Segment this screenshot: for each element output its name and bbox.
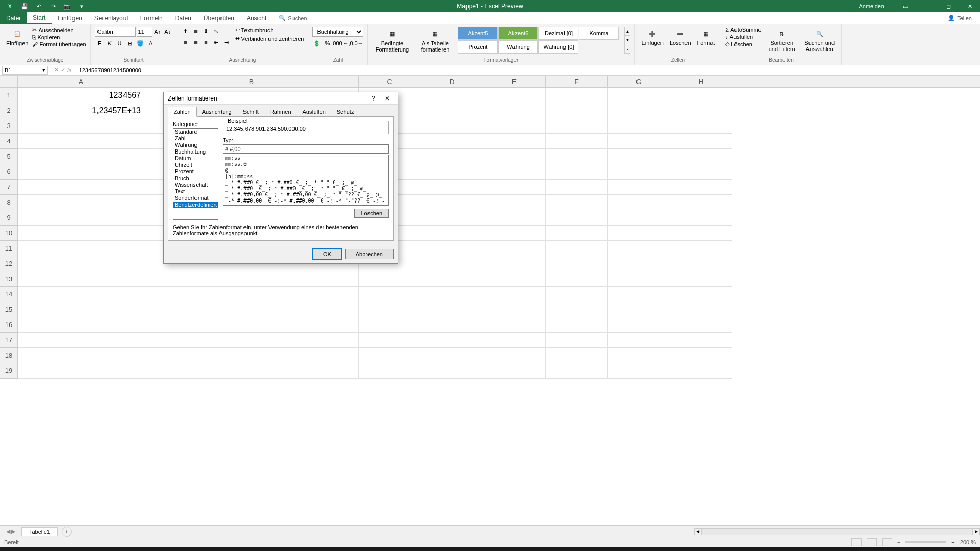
cell[interactable] [144, 302, 359, 317]
cell[interactable] [670, 287, 732, 302]
autosum-button[interactable]: ΣAutoSumme [725, 27, 761, 33]
wrap-text-button[interactable]: ↩Textumbruch [235, 27, 304, 33]
normal-view-icon[interactable] [851, 538, 862, 546]
cell[interactable] [483, 103, 546, 118]
style-komma[interactable]: Komma [579, 27, 619, 40]
clear-button[interactable]: ◇Löschen [725, 41, 761, 47]
name-box-dropdown-icon[interactable]: ▾ [42, 67, 45, 73]
cell[interactable] [546, 195, 608, 210]
row-header[interactable]: 1 [0, 88, 18, 103]
cell[interactable] [144, 363, 359, 379]
tab-file[interactable]: Datei [0, 12, 27, 24]
type-input[interactable] [223, 144, 389, 154]
cell[interactable] [608, 348, 670, 363]
style-prozent[interactable]: Prozent [458, 40, 498, 54]
cell[interactable] [670, 118, 732, 134]
cell[interactable] [546, 302, 608, 317]
category-item[interactable]: Sonderformat [173, 195, 218, 202]
tab-formulas[interactable]: Formeln [134, 12, 169, 24]
font-name-select[interactable] [95, 27, 136, 37]
select-all-corner[interactable] [0, 76, 18, 87]
dlg-tab-rahmen[interactable]: Rahmen [264, 107, 297, 117]
increase-font-icon[interactable]: A↑ [153, 27, 162, 36]
cell[interactable] [18, 149, 144, 164]
orientation-icon[interactable]: ⤡ [212, 27, 221, 36]
row-header[interactable]: 5 [0, 149, 18, 164]
col-header-a[interactable]: A [18, 76, 144, 87]
row-header[interactable]: 3 [0, 118, 18, 134]
format-item[interactable]: @ [223, 167, 388, 173]
cell[interactable] [670, 302, 732, 317]
cell[interactable] [144, 271, 359, 287]
cell[interactable] [483, 241, 546, 256]
cell[interactable] [421, 348, 483, 363]
dlg-tab-ausrichtung[interactable]: Ausrichtung [197, 107, 237, 117]
bold-button[interactable]: F [95, 39, 104, 48]
underline-button[interactable]: U [115, 39, 125, 48]
cell[interactable] [421, 180, 483, 195]
format-list[interactable]: mm:ssmm:ss,0@[h]:mm:ss_-* #.##0 €_-;-* #… [223, 155, 389, 206]
cell[interactable] [359, 363, 421, 379]
category-item[interactable]: Datum [173, 155, 218, 162]
cell[interactable] [670, 363, 732, 379]
increase-decimal-icon[interactable]: ←,0 [343, 39, 352, 48]
cell[interactable] [546, 241, 608, 256]
name-box[interactable]: B1▾ [2, 66, 48, 75]
tab-insert[interactable]: Einfügen [52, 12, 88, 24]
cell[interactable] [608, 180, 670, 195]
cell[interactable] [546, 363, 608, 379]
add-sheet-button[interactable]: + [62, 527, 72, 537]
cell[interactable] [18, 302, 144, 317]
cell[interactable] [608, 149, 670, 164]
style-waehrung[interactable]: Währung [498, 40, 538, 54]
row-header[interactable]: 18 [0, 348, 18, 363]
cancel-button[interactable]: Abbrechen [345, 249, 394, 259]
cell[interactable] [18, 256, 144, 271]
cell[interactable] [670, 103, 732, 118]
row-header[interactable]: 9 [0, 210, 18, 226]
cell[interactable] [18, 164, 144, 180]
col-header-h[interactable]: H [670, 76, 732, 87]
cell[interactable] [546, 226, 608, 241]
cell[interactable] [359, 271, 421, 287]
cell[interactable] [359, 348, 421, 363]
cell[interactable] [421, 149, 483, 164]
category-item[interactable]: Bruch [173, 175, 218, 182]
dialog-titlebar[interactable]: Zellen formatieren ? ✕ [164, 92, 398, 105]
gallery-down-icon[interactable]: ▼ [625, 36, 630, 44]
cell[interactable] [421, 164, 483, 180]
find-select-button[interactable]: 🔍Suchen und Auswählen [802, 27, 837, 53]
format-item[interactable]: [h]:mm:ss [223, 173, 388, 180]
cell[interactable] [546, 333, 608, 348]
delete-format-button[interactable]: Löschen [354, 209, 389, 218]
category-item[interactable]: Prozent [173, 168, 218, 175]
cell[interactable] [18, 363, 144, 379]
cell[interactable] [483, 134, 546, 149]
cell[interactable] [608, 363, 670, 379]
cell[interactable] [483, 180, 546, 195]
category-item[interactable]: Währung [173, 142, 218, 148]
cell[interactable] [359, 287, 421, 302]
row-header[interactable]: 13 [0, 271, 18, 287]
italic-button[interactable]: K [105, 39, 114, 48]
cell[interactable] [546, 317, 608, 333]
cell[interactable] [18, 134, 144, 149]
col-header-c[interactable]: C [359, 76, 421, 87]
row-header[interactable]: 17 [0, 333, 18, 348]
cell[interactable] [483, 271, 546, 287]
cell[interactable] [608, 256, 670, 271]
align-right-icon[interactable]: ≡ [202, 38, 211, 47]
accept-formula-icon[interactable]: ✓ [61, 67, 65, 73]
category-item[interactable]: Zahl [173, 135, 218, 142]
font-size-select[interactable] [137, 27, 152, 37]
cell[interactable] [608, 118, 670, 134]
gallery-up-icon[interactable]: ▲ [625, 27, 630, 36]
maximize-icon[interactable]: ◻ [938, 0, 959, 12]
col-header-g[interactable]: G [608, 76, 670, 87]
tell-me-search[interactable]: 🔍 Suchen [273, 12, 307, 24]
row-header[interactable]: 15 [0, 302, 18, 317]
decrease-indent-icon[interactable]: ⇤ [212, 38, 221, 47]
category-list[interactable]: StandardZahlWährungBuchhaltungDatumUhrze… [173, 128, 218, 220]
format-item[interactable]: _-* #.##0 _€_-;-* #.##0 _€_-;_-* "-" _€_… [223, 186, 388, 192]
fx-icon[interactable]: fx [67, 67, 72, 73]
